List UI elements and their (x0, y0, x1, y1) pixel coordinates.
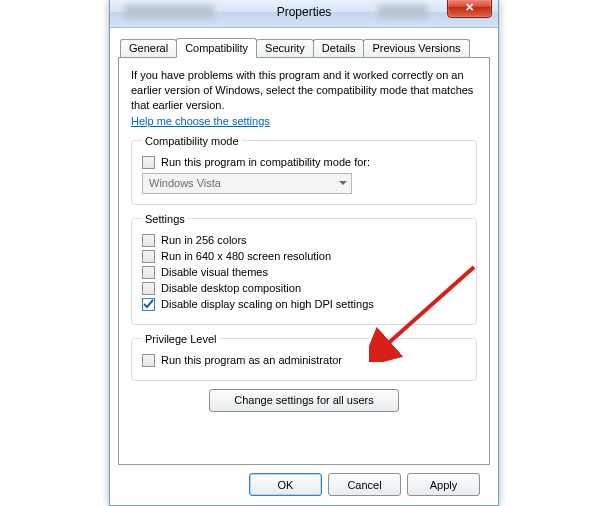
change-all-users-button[interactable]: Change settings for all users (209, 389, 399, 412)
title-bar: Properties ✕ (110, 0, 498, 28)
title-right-blurred (378, 5, 428, 19)
legend-settings: Settings (142, 213, 188, 225)
label-disable-dpi-scaling: Disable display scaling on high DPI sett… (161, 298, 374, 310)
help-link[interactable]: Help me choose the settings (131, 115, 270, 127)
checkbox-disable-dpi-scaling[interactable] (142, 298, 155, 311)
legend-compat-mode: Compatibility mode (142, 135, 242, 147)
checkbox-256-colors[interactable] (142, 234, 155, 247)
label-disable-themes: Disable visual themes (161, 266, 268, 278)
checkbox-disable-composition[interactable] (142, 282, 155, 295)
tab-strip: General Compatibility Security Details P… (118, 34, 490, 57)
label-compat-mode: Run this program in compatibility mode f… (161, 156, 370, 168)
properties-dialog: Properties ✕ General Compatibility Secur… (109, 0, 499, 506)
title-app-name-blurred (124, 5, 214, 19)
close-icon: ✕ (465, 1, 474, 13)
cancel-button[interactable]: Cancel (328, 473, 401, 496)
checkbox-disable-themes[interactable] (142, 266, 155, 279)
group-settings: Settings Run in 256 colors Run in 640 x … (131, 213, 477, 325)
label-640x480: Run in 640 x 480 screen resolution (161, 250, 331, 262)
tab-previous-versions[interactable]: Previous Versions (363, 39, 469, 57)
group-compatibility-mode: Compatibility mode Run this program in c… (131, 135, 477, 205)
tab-compatibility[interactable]: Compatibility (176, 38, 257, 58)
tab-details[interactable]: Details (313, 39, 365, 57)
dialog-footer: OK Cancel Apply (118, 465, 490, 496)
combo-os-version[interactable]: Windows Vista (142, 173, 352, 194)
apply-button[interactable]: Apply (407, 473, 480, 496)
label-disable-composition: Disable desktop composition (161, 282, 301, 294)
window-title: Properties (277, 5, 332, 19)
group-privilege-level: Privilege Level Run this program as an a… (131, 333, 477, 381)
close-button[interactable]: ✕ (447, 0, 492, 18)
intro-text: If you have problems with this program a… (131, 68, 477, 113)
tab-general[interactable]: General (120, 39, 177, 57)
checkbox-640x480[interactable] (142, 250, 155, 263)
ok-button[interactable]: OK (249, 473, 322, 496)
legend-privilege: Privilege Level (142, 333, 220, 345)
label-256-colors: Run in 256 colors (161, 234, 247, 246)
checkbox-run-as-admin[interactable] (142, 354, 155, 367)
tab-panel-compatibility: If you have problems with this program a… (118, 57, 490, 465)
checkbox-compat-mode[interactable] (142, 156, 155, 169)
tab-security[interactable]: Security (256, 39, 314, 57)
combo-os-value: Windows Vista (149, 177, 221, 189)
chevron-down-icon (339, 181, 347, 185)
label-run-as-admin: Run this program as an administrator (161, 354, 342, 366)
